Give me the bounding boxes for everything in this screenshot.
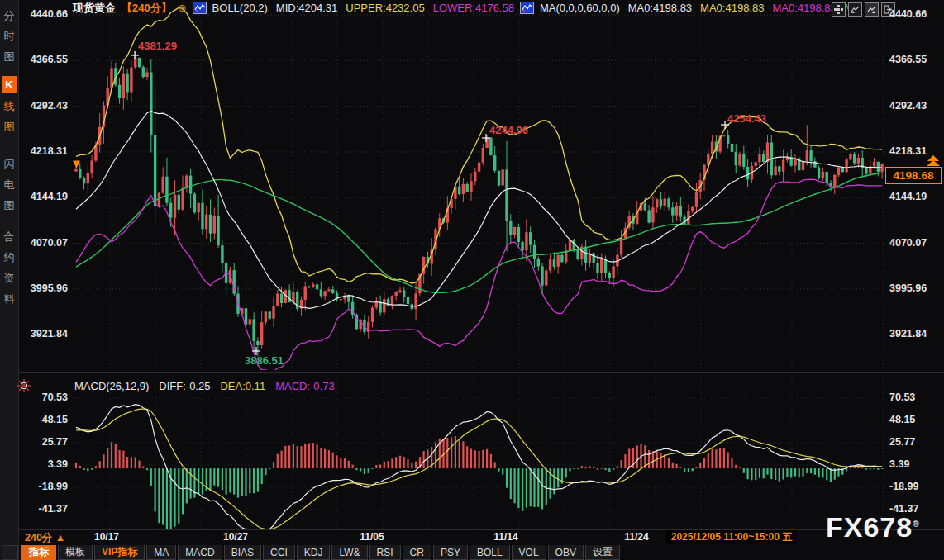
price-axis-label: 3995.96: [25, 282, 68, 294]
toolbar-button-vol[interactable]: VOL: [512, 545, 546, 560]
macd-axis-label: 48.15: [25, 414, 68, 425]
ma-value-1: MA0:4198.83: [628, 2, 692, 14]
price-axis-label: 4144.19: [889, 191, 932, 202]
toolbar-button-boll[interactable]: BOLL: [470, 545, 510, 560]
collapse-icon[interactable]: ⊕: [178, 2, 187, 13]
macd-legend: MACD(26,12,9)DIFF:-0.25DEA:0.11MACD:-0.7…: [74, 380, 335, 392]
macd-axis-label: -18.99: [25, 481, 68, 492]
corner-icon[interactable]: [2, 545, 18, 560]
price-axis-label: 4144.19: [25, 191, 68, 202]
sidebar-tab-char: 图: [0, 46, 18, 67]
toolbar-button-lw[interactable]: LW&: [331, 545, 367, 560]
macd-axis-label: 25.77: [25, 436, 68, 448]
session-range-label: 2025/12/05 11:00~15:00 五: [666, 530, 797, 544]
sidebar-tab-char: 合: [0, 226, 18, 247]
price-annotation-2: 4254.43: [727, 112, 766, 125]
macd-value-0: MACD(26,12,9): [74, 380, 149, 392]
price-axis-label: 4292.43: [25, 100, 68, 112]
price-axis-label: 4218.31: [889, 145, 932, 157]
symbol-name: 现货黄金: [73, 1, 116, 16]
boll-value-0: BOLL(20,2): [212, 2, 268, 14]
price-axis-label: 3995.96: [889, 282, 932, 294]
toolbar-button-indicator[interactable]: 指标: [21, 545, 56, 560]
toolbar-button-bias[interactable]: BIAS: [224, 545, 261, 560]
boll-legend-values: BOLL(20,2)MID:4204.31UPPER:4232.05LOWER:…: [212, 2, 514, 14]
sidebar-tab-char: 资: [0, 268, 18, 288]
toolbar-button-kdj[interactable]: KDJ: [297, 545, 331, 560]
date-tick: 11/05: [349, 531, 395, 543]
toolbar-button-macd[interactable]: MACD: [178, 545, 222, 560]
sidebar-tab-char: 时: [0, 26, 18, 46]
price-axis-label: 4440.66: [25, 8, 68, 20]
zoom-next-icon[interactable]: [865, 2, 879, 17]
candlestick-chart[interactable]: [0, 0, 944, 560]
boll-indicator-icon: [193, 2, 207, 14]
boll-value-1: MID:4204.31: [276, 2, 337, 14]
toolbar-button-psy[interactable]: PSY: [433, 545, 468, 560]
zoom-prev-icon[interactable]: [848, 2, 862, 17]
chart-toolbar-icons: [832, 2, 895, 17]
ma-value-2: MA0:4198.83: [700, 2, 764, 14]
sidebar-tab-char: 料: [0, 288, 18, 309]
price-axis-label: 4366.55: [889, 54, 932, 65]
period-arrow-icon: ▲: [55, 532, 65, 543]
macd-value-2: DEA:0.11: [220, 380, 265, 392]
macd-axis-label: -41.37: [25, 503, 68, 515]
price-annotation-1: 4244.96: [489, 124, 528, 136]
sidebar-tab-char: 电: [0, 174, 18, 195]
price-annotation-0: 4381.29: [138, 40, 177, 52]
sidebar-tab-char: 图: [0, 116, 18, 137]
ma-value-0: MA(0,0,0,60,0,0): [540, 2, 620, 14]
price-axis-label: 4218.31: [25, 145, 68, 157]
sidebar-item-contract-info[interactable]: 合约资料: [0, 226, 18, 309]
macd-axis-label: 70.53: [25, 392, 68, 403]
price-axis-label: 3921.84: [25, 328, 68, 339]
toolbar-button-cci[interactable]: CCI: [263, 545, 295, 560]
sidebar-tab-char: K: [2, 76, 17, 93]
sidebar-item-kline-chart[interactable]: K线图: [0, 76, 18, 137]
chart-legend: 现货黄金 【240分】 ⊕ BOLL(20,2)MID:4204.31UPPER…: [73, 1, 854, 15]
ma-legend-values: MA(0,0,0,60,0,0)MA0:4198.83MA0:4198.83MA…: [540, 2, 854, 14]
indicator-toolbar: 指标模板VIP指标MAMACDBIASCCIKDJLW&RSICRPSYBOLL…: [21, 545, 622, 560]
price-axis-label: 3921.84: [889, 328, 932, 339]
macd-panel[interactable]: [75, 405, 883, 529]
macd-axis-label: 3.39: [889, 458, 932, 470]
sidebar-tab-char: 分: [0, 5, 18, 26]
toolbar-button-settings[interactable]: 设置: [585, 545, 620, 560]
price-axis-label: 4070.07: [889, 237, 932, 249]
macd-axis-label: 70.53: [889, 392, 932, 403]
sidebar: 分时图K线图闪电图合约资料: [0, 0, 19, 560]
grid: [19, 10, 944, 530]
sidebar-tab-char: 闪: [0, 154, 18, 174]
boll-value-3: LOWER:4176.58: [433, 2, 514, 14]
boll-value-2: UPPER:4232.05: [346, 2, 424, 14]
ma-indicator-icon: [520, 2, 534, 14]
crosshair-icon[interactable]: [832, 2, 846, 17]
sidebar-tab-char: 约: [0, 247, 18, 268]
sidebar-item-flash-chart[interactable]: 闪电图: [0, 154, 18, 216]
toolbar-button-obv[interactable]: OBV: [548, 545, 584, 560]
date-tick: 10/17: [83, 531, 130, 543]
price-axis-label: 4070.07: [25, 237, 68, 249]
macd-value-3: MACD:-0.73: [275, 380, 335, 392]
toolbar-button-ma[interactable]: MA: [146, 545, 176, 560]
toolbar-button-rsi[interactable]: RSI: [369, 545, 401, 560]
date-tick: 11/24: [613, 531, 660, 543]
macd-axis-label: 48.15: [889, 414, 932, 425]
macd-axis-label: 25.77: [889, 436, 932, 448]
macd-axis-label: -18.99: [889, 481, 932, 492]
price-axis-label: 4440.66: [889, 8, 932, 20]
price-annotation-3: 3886.51: [245, 354, 284, 367]
macd-axis-label: 3.39: [25, 458, 68, 470]
sidebar-tab-char: 图: [0, 195, 18, 216]
sidebar-item-time-chart[interactable]: 分时图: [0, 5, 18, 67]
toolbar-button-cr[interactable]: CR: [403, 545, 431, 560]
price-axis-label: 4292.43: [889, 100, 932, 112]
toolbar-button-template[interactable]: 模板: [58, 545, 93, 560]
period-indicator[interactable]: 240分 ▲: [25, 531, 65, 545]
date-tick: 11/14: [483, 531, 529, 543]
price-axis-label: 4366.55: [25, 54, 68, 65]
ma-value-3: MA0:4198.83: [772, 2, 836, 14]
macd-value-1: DIFF:-0.25: [159, 380, 210, 392]
toolbar-button-vip-indicator[interactable]: VIP指标: [94, 545, 145, 560]
